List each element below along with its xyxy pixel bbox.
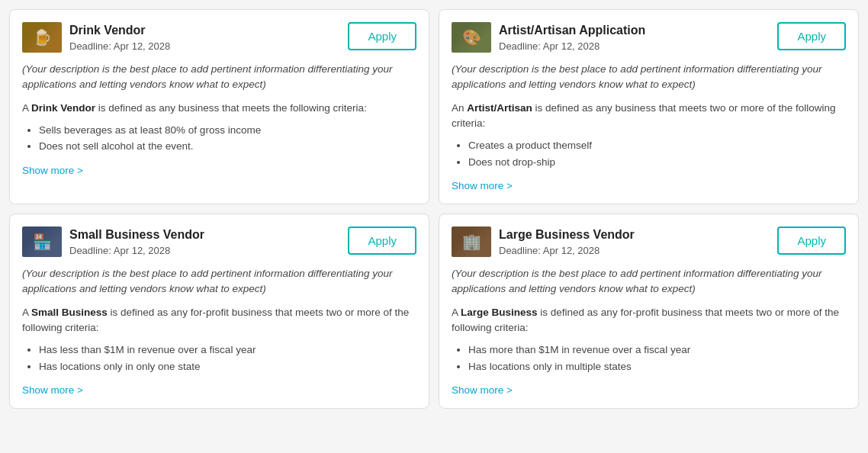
card-image-artist-artisan: 🎨: [452, 22, 491, 53]
show-more-link-small-business-vendor[interactable]: Show more >: [22, 384, 83, 396]
card-image-icon-drink-vendor: 🍺: [33, 28, 52, 47]
card-criteria-list-artist-artisan: Creates a product themselfDoes not drop-…: [452, 137, 846, 170]
card-title-small-business-vendor: Small Business Vendor: [69, 227, 204, 243]
card-drink-vendor: 🍺 Drink Vendor Deadline: Apr 12, 2028 Ap…: [9, 9, 429, 204]
card-image-drink-vendor: 🍺: [22, 22, 62, 53]
card-description-artist-artisan: (Your description is the best place to a…: [452, 62, 846, 93]
card-title-block-large-business-vendor: Large Business Vendor Deadline: Apr 12, …: [499, 227, 635, 256]
card-header-small-business-vendor: 🏪 Small Business Vendor Deadline: Apr 12…: [22, 226, 416, 257]
card-title-section-drink-vendor: 🍺 Drink Vendor Deadline: Apr 12, 2028: [22, 22, 170, 53]
card-definition-large-business-vendor: A Large Business is defined as any for-p…: [452, 305, 846, 336]
card-title-drink-vendor: Drink Vendor: [69, 23, 170, 39]
card-definition-drink-vendor: A Drink Vendor is defined as any busines…: [22, 101, 416, 116]
card-image-icon-small-business-vendor: 🏪: [33, 233, 52, 251]
card-criteria-item-large-business-vendor-1: Has locations only in multiple states: [468, 358, 846, 375]
card-small-business-vendor: 🏪 Small Business Vendor Deadline: Apr 12…: [9, 214, 429, 409]
show-more-link-artist-artisan[interactable]: Show more >: [452, 180, 513, 191]
card-title-block-artist-artisan: Artist/Artisan Application Deadline: Apr…: [499, 23, 645, 52]
card-criteria-item-large-business-vendor-0: Has more than $1M in revenue over a fisc…: [468, 342, 846, 358]
cards-grid: 🍺 Drink Vendor Deadline: Apr 12, 2028 Ap…: [9, 9, 859, 409]
card-header-drink-vendor: 🍺 Drink Vendor Deadline: Apr 12, 2028 Ap…: [22, 22, 416, 53]
card-criteria-item-drink-vendor-1: Does not sell alcohol at the event.: [39, 138, 416, 155]
apply-button-large-business-vendor[interactable]: Apply: [777, 226, 846, 255]
card-image-small-business-vendor: 🏪: [22, 226, 62, 257]
card-criteria-list-drink-vendor: Sells beverages as at least 80% of gross…: [22, 122, 416, 155]
card-artist-artisan: 🎨 Artist/Artisan Application Deadline: A…: [439, 9, 859, 204]
card-image-icon-large-business-vendor: 🏢: [462, 233, 481, 251]
card-definition-term-artist-artisan: Artist/Artisan: [467, 102, 532, 114]
card-definition-term-drink-vendor: Drink Vendor: [31, 102, 95, 114]
card-header-large-business-vendor: 🏢 Large Business Vendor Deadline: Apr 12…: [452, 226, 846, 257]
card-criteria-item-drink-vendor-0: Sells beverages as at least 80% of gross…: [39, 122, 416, 139]
card-image-large-business-vendor: 🏢: [452, 226, 491, 257]
card-large-business-vendor: 🏢 Large Business Vendor Deadline: Apr 12…: [439, 214, 859, 409]
apply-button-small-business-vendor[interactable]: Apply: [348, 226, 416, 255]
show-more-link-large-business-vendor[interactable]: Show more >: [452, 384, 513, 396]
card-deadline-artist-artisan: Deadline: Apr 12, 2028: [499, 40, 645, 52]
card-title-block-small-business-vendor: Small Business Vendor Deadline: Apr 12, …: [69, 227, 204, 256]
card-title-large-business-vendor: Large Business Vendor: [499, 227, 635, 243]
card-definition-artist-artisan: An Artist/Artisan is defined as any busi…: [452, 101, 846, 132]
card-title-artist-artisan: Artist/Artisan Application: [499, 23, 645, 39]
apply-button-drink-vendor[interactable]: Apply: [348, 22, 416, 50]
card-image-icon-artist-artisan: 🎨: [462, 28, 481, 47]
card-description-large-business-vendor: (Your description is the best place to a…: [452, 266, 846, 297]
card-title-section-large-business-vendor: 🏢 Large Business Vendor Deadline: Apr 12…: [452, 226, 635, 257]
card-definition-term-small-business-vendor: Small Business: [31, 307, 108, 318]
card-criteria-item-small-business-vendor-1: Has locations only in only one state: [39, 358, 416, 375]
card-deadline-drink-vendor: Deadline: Apr 12, 2028: [69, 40, 170, 52]
card-criteria-item-artist-artisan-0: Creates a product themself: [468, 137, 846, 154]
card-definition-term-large-business-vendor: Large Business: [461, 307, 538, 318]
card-criteria-item-small-business-vendor-0: Has less than $1M in revenue over a fisc…: [39, 342, 416, 358]
card-criteria-item-artist-artisan-1: Does not drop-ship: [468, 154, 846, 171]
card-description-drink-vendor: (Your description is the best place to a…: [22, 62, 416, 93]
card-header-artist-artisan: 🎨 Artist/Artisan Application Deadline: A…: [452, 22, 846, 53]
card-criteria-list-small-business-vendor: Has less than $1M in revenue over a fisc…: [22, 342, 416, 374]
card-definition-small-business-vendor: A Small Business is defined as any for-p…: [22, 305, 416, 336]
show-more-link-drink-vendor[interactable]: Show more >: [22, 165, 83, 176]
card-criteria-list-large-business-vendor: Has more than $1M in revenue over a fisc…: [452, 342, 846, 374]
card-deadline-small-business-vendor: Deadline: Apr 12, 2028: [69, 245, 204, 256]
card-description-small-business-vendor: (Your description is the best place to a…: [22, 266, 416, 297]
card-title-section-artist-artisan: 🎨 Artist/Artisan Application Deadline: A…: [452, 22, 645, 53]
card-title-section-small-business-vendor: 🏪 Small Business Vendor Deadline: Apr 12…: [22, 226, 204, 257]
apply-button-artist-artisan[interactable]: Apply: [777, 22, 846, 50]
card-title-block-drink-vendor: Drink Vendor Deadline: Apr 12, 2028: [69, 23, 170, 52]
card-deadline-large-business-vendor: Deadline: Apr 12, 2028: [499, 245, 635, 256]
